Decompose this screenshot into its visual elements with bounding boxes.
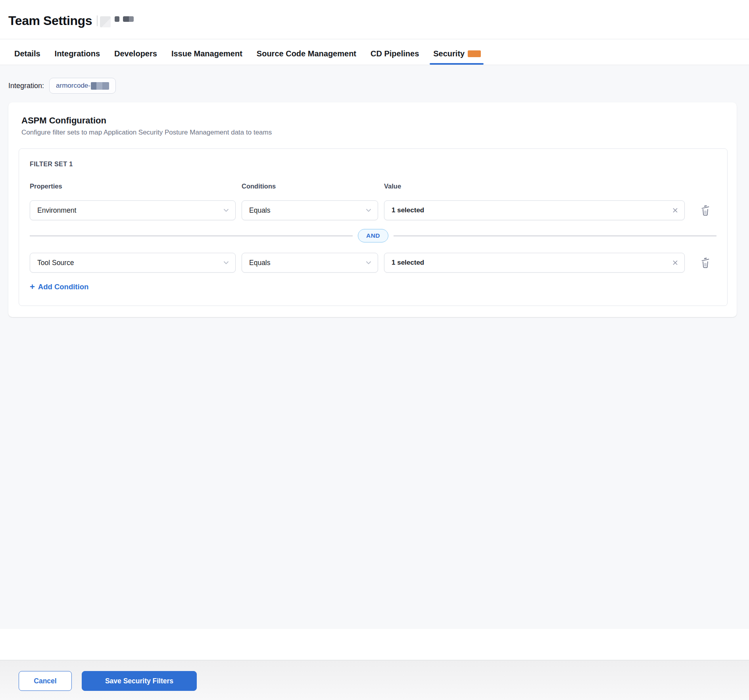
column-header-properties: Properties	[30, 183, 236, 190]
redacted-integration-suffix	[91, 82, 109, 90]
chevron-down-icon	[223, 260, 229, 266]
column-header-conditions: Conditions	[242, 183, 378, 190]
chevron-down-icon	[223, 207, 229, 213]
filter-set-1: FILTER SET 1 Properties Conditions Value…	[19, 148, 728, 306]
page-header: Team Settings	[0, 0, 749, 39]
content-area: Integration: armorcode- ASPM Configurati…	[0, 65, 749, 629]
action-bar: Cancel Save Security Filters	[0, 660, 749, 700]
title-divider	[97, 15, 98, 26]
delete-condition-button[interactable]	[699, 204, 711, 216]
property-select[interactable]: Tool Source	[30, 253, 236, 273]
tab-issue-management[interactable]: Issue Management	[171, 42, 242, 65]
tab-security[interactable]: Security	[433, 42, 481, 65]
chevron-down-icon	[365, 207, 372, 213]
and-operator-pill: AND	[358, 229, 388, 242]
spacer	[0, 629, 749, 660]
add-condition-button[interactable]: + Add Condition	[30, 283, 88, 291]
filter-set-title: FILTER SET 1	[30, 161, 716, 168]
divider-line	[30, 236, 353, 236]
delete-condition-button[interactable]	[699, 257, 711, 269]
redacted-team-name	[123, 16, 134, 22]
tab-bar: Details Integrations Developers Issue Ma…	[0, 39, 749, 65]
value-select[interactable]: 1 selected	[384, 200, 685, 220]
column-header-value: Value	[384, 183, 401, 190]
redacted-team-avatar	[100, 16, 111, 27]
tab-cd-pipelines[interactable]: CD Pipelines	[371, 42, 419, 65]
condition-select[interactable]: Equals	[242, 200, 378, 220]
filter-column-headers: Properties Conditions Value	[30, 183, 716, 190]
divider-line	[394, 236, 716, 236]
condition-select[interactable]: Equals	[242, 253, 378, 273]
chevron-down-icon	[365, 260, 372, 266]
cancel-button[interactable]: Cancel	[19, 671, 72, 691]
aspm-card-title: ASPM Configuration	[21, 115, 728, 126]
aspm-configuration-card: ASPM Configuration Configure filter sets…	[8, 102, 737, 317]
clear-value-button[interactable]	[672, 207, 678, 213]
tab-developers[interactable]: Developers	[114, 42, 157, 65]
aspm-card-subtitle: Configure filter sets to map Application…	[21, 129, 728, 137]
and-divider: AND	[30, 229, 716, 242]
trash-icon	[700, 257, 711, 269]
security-tab-orange-badge	[468, 50, 481, 57]
save-security-filters-button[interactable]: Save Security Filters	[82, 671, 197, 691]
clear-value-button[interactable]	[672, 260, 678, 266]
x-clear-icon	[672, 260, 678, 266]
redacted-team-name	[115, 16, 119, 22]
x-clear-icon	[672, 207, 678, 213]
filter-row: Environment Equals 1 selected	[30, 200, 716, 220]
tab-source-code-management[interactable]: Source Code Management	[257, 42, 356, 65]
integration-row: Integration: armorcode-	[8, 65, 741, 94]
plus-icon: +	[30, 283, 35, 291]
page-title: Team Settings	[8, 13, 92, 28]
integration-label: Integration:	[8, 79, 44, 92]
integration-chip[interactable]: armorcode-	[49, 78, 116, 94]
value-select[interactable]: 1 selected	[384, 253, 685, 273]
filter-row: Tool Source Equals 1 selected	[30, 253, 716, 273]
tab-integrations[interactable]: Integrations	[55, 42, 100, 65]
trash-icon	[700, 204, 711, 216]
integration-chip-text: armorcode-	[56, 82, 90, 90]
tab-details[interactable]: Details	[14, 42, 40, 65]
property-select[interactable]: Environment	[30, 200, 236, 220]
